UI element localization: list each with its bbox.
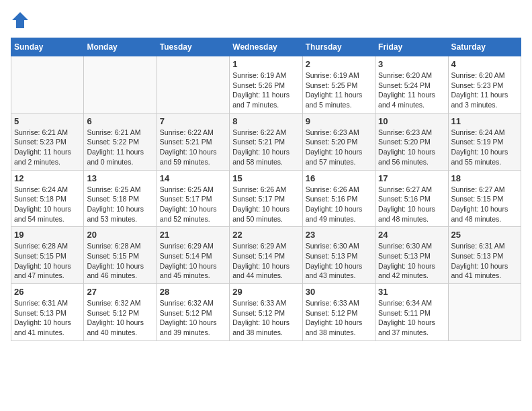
- calendar-day: 8Sunrise: 6:22 AM Sunset: 5:21 PM Daylig…: [230, 113, 302, 170]
- calendar-day: 7Sunrise: 6:22 AM Sunset: 5:21 PM Daylig…: [157, 113, 229, 170]
- calendar-day: [84, 56, 157, 113]
- day-info: Sunrise: 6:25 AM Sunset: 5:17 PM Dayligh…: [160, 185, 226, 224]
- day-number: 15: [232, 173, 299, 183]
- day-number: 1: [232, 59, 299, 69]
- day-header-thursday: Thursday: [302, 38, 375, 56]
- day-number: 30: [306, 287, 372, 297]
- day-info: Sunrise: 6:24 AM Sunset: 5:19 PM Dayligh…: [451, 128, 518, 167]
- day-info: Sunrise: 6:28 AM Sunset: 5:15 PM Dayligh…: [14, 241, 81, 281]
- day-info: Sunrise: 6:19 AM Sunset: 5:26 PM Dayligh…: [232, 71, 299, 110]
- day-info: Sunrise: 6:30 AM Sunset: 5:13 PM Dayligh…: [378, 241, 445, 281]
- calendar-day: 3Sunrise: 6:20 AM Sunset: 5:24 PM Daylig…: [375, 56, 448, 113]
- calendar-day: 5Sunrise: 6:21 AM Sunset: 5:23 PM Daylig…: [11, 113, 84, 170]
- day-info: Sunrise: 6:29 AM Sunset: 5:14 PM Dayligh…: [160, 241, 226, 281]
- day-info: Sunrise: 6:27 AM Sunset: 5:16 PM Dayligh…: [378, 185, 445, 224]
- calendar-day: 25Sunrise: 6:31 AM Sunset: 5:13 PM Dayli…: [448, 227, 521, 284]
- day-number: 3: [378, 59, 445, 69]
- day-number: 10: [378, 116, 445, 126]
- calendar-day: 18Sunrise: 6:27 AM Sunset: 5:15 PM Dayli…: [448, 170, 521, 227]
- day-number: 7: [160, 116, 226, 126]
- day-number: 19: [14, 230, 81, 240]
- day-number: 27: [87, 287, 153, 297]
- calendar-week-row: 19Sunrise: 6:28 AM Sunset: 5:15 PM Dayli…: [11, 227, 521, 284]
- day-info: Sunrise: 6:20 AM Sunset: 5:23 PM Dayligh…: [451, 71, 518, 110]
- day-info: Sunrise: 6:24 AM Sunset: 5:18 PM Dayligh…: [14, 185, 81, 224]
- day-info: Sunrise: 6:34 AM Sunset: 5:11 PM Dayligh…: [378, 298, 445, 338]
- day-number: 11: [451, 116, 518, 126]
- day-info: Sunrise: 6:25 AM Sunset: 5:18 PM Dayligh…: [87, 185, 153, 224]
- day-info: Sunrise: 6:31 AM Sunset: 5:13 PM Dayligh…: [14, 298, 81, 338]
- day-number: 20: [87, 230, 153, 240]
- calendar-day: 24Sunrise: 6:30 AM Sunset: 5:13 PM Dayli…: [375, 227, 448, 284]
- day-number: 16: [306, 173, 372, 183]
- day-info: Sunrise: 6:26 AM Sunset: 5:17 PM Dayligh…: [232, 185, 299, 224]
- day-number: 9: [306, 116, 372, 126]
- day-info: Sunrise: 6:32 AM Sunset: 5:12 PM Dayligh…: [160, 298, 226, 338]
- day-info: Sunrise: 6:23 AM Sunset: 5:20 PM Dayligh…: [306, 128, 372, 167]
- calendar-day: 27Sunrise: 6:32 AM Sunset: 5:12 PM Dayli…: [84, 284, 157, 341]
- day-number: 8: [232, 116, 299, 126]
- day-number: 31: [378, 287, 445, 297]
- calendar-day: 15Sunrise: 6:26 AM Sunset: 5:17 PM Dayli…: [230, 170, 302, 227]
- day-info: Sunrise: 6:21 AM Sunset: 5:23 PM Dayligh…: [14, 128, 81, 167]
- calendar-day: 14Sunrise: 6:25 AM Sunset: 5:17 PM Dayli…: [157, 170, 229, 227]
- day-info: Sunrise: 6:30 AM Sunset: 5:13 PM Dayligh…: [306, 241, 372, 281]
- day-header-saturday: Saturday: [448, 38, 521, 56]
- calendar-day: 28Sunrise: 6:32 AM Sunset: 5:12 PM Dayli…: [157, 284, 229, 341]
- day-header-wednesday: Wednesday: [230, 38, 302, 56]
- svg-marker-0: [12, 12, 28, 28]
- calendar-day: 2Sunrise: 6:19 AM Sunset: 5:25 PM Daylig…: [302, 56, 375, 113]
- day-info: Sunrise: 6:23 AM Sunset: 5:20 PM Dayligh…: [378, 128, 445, 167]
- day-number: 24: [378, 230, 445, 240]
- calendar-day: 21Sunrise: 6:29 AM Sunset: 5:14 PM Dayli…: [157, 227, 229, 284]
- day-number: 25: [451, 230, 518, 240]
- calendar-day: 20Sunrise: 6:28 AM Sunset: 5:15 PM Dayli…: [84, 227, 157, 284]
- calendar-day: 13Sunrise: 6:25 AM Sunset: 5:18 PM Dayli…: [84, 170, 157, 227]
- calendar-day: 29Sunrise: 6:33 AM Sunset: 5:12 PM Dayli…: [230, 284, 302, 341]
- calendar-day: 6Sunrise: 6:21 AM Sunset: 5:22 PM Daylig…: [84, 113, 157, 170]
- day-number: 17: [378, 173, 445, 183]
- day-header-friday: Friday: [375, 38, 448, 56]
- day-info: Sunrise: 6:32 AM Sunset: 5:12 PM Dayligh…: [87, 298, 153, 338]
- calendar-day: 26Sunrise: 6:31 AM Sunset: 5:13 PM Dayli…: [11, 284, 84, 341]
- calendar-day: 10Sunrise: 6:23 AM Sunset: 5:20 PM Dayli…: [375, 113, 448, 170]
- day-number: 2: [306, 59, 372, 69]
- day-info: Sunrise: 6:21 AM Sunset: 5:22 PM Dayligh…: [87, 128, 153, 167]
- calendar-day: 17Sunrise: 6:27 AM Sunset: 5:16 PM Dayli…: [375, 170, 448, 227]
- page-header: [11, 11, 521, 30]
- calendar-week-row: 26Sunrise: 6:31 AM Sunset: 5:13 PM Dayli…: [11, 284, 521, 341]
- day-number: 5: [14, 116, 81, 126]
- calendar-day: [448, 284, 521, 341]
- calendar-week-row: 5Sunrise: 6:21 AM Sunset: 5:23 PM Daylig…: [11, 113, 521, 170]
- calendar-day: 30Sunrise: 6:33 AM Sunset: 5:12 PM Dayli…: [302, 284, 375, 341]
- calendar-day: 22Sunrise: 6:29 AM Sunset: 5:14 PM Dayli…: [230, 227, 302, 284]
- calendar-day: 16Sunrise: 6:26 AM Sunset: 5:16 PM Dayli…: [302, 170, 375, 227]
- day-info: Sunrise: 6:33 AM Sunset: 5:12 PM Dayligh…: [232, 298, 299, 338]
- logo-icon: [11, 11, 30, 30]
- day-info: Sunrise: 6:19 AM Sunset: 5:25 PM Dayligh…: [306, 71, 372, 110]
- day-number: 22: [232, 230, 299, 240]
- logo: [11, 11, 32, 30]
- day-number: 26: [14, 287, 81, 297]
- calendar-day: 1Sunrise: 6:19 AM Sunset: 5:26 PM Daylig…: [230, 56, 302, 113]
- day-number: 29: [232, 287, 299, 297]
- calendar-day: 11Sunrise: 6:24 AM Sunset: 5:19 PM Dayli…: [448, 113, 521, 170]
- calendar-day: [157, 56, 229, 113]
- calendar-day: 31Sunrise: 6:34 AM Sunset: 5:11 PM Dayli…: [375, 284, 448, 341]
- calendar-day: 12Sunrise: 6:24 AM Sunset: 5:18 PM Dayli…: [11, 170, 84, 227]
- calendar-table: SundayMondayTuesdayWednesdayThursdayFrid…: [11, 38, 521, 341]
- calendar-week-row: 12Sunrise: 6:24 AM Sunset: 5:18 PM Dayli…: [11, 170, 521, 227]
- calendar-day: 4Sunrise: 6:20 AM Sunset: 5:23 PM Daylig…: [448, 56, 521, 113]
- day-number: 23: [306, 230, 372, 240]
- day-header-tuesday: Tuesday: [157, 38, 229, 56]
- day-info: Sunrise: 6:31 AM Sunset: 5:13 PM Dayligh…: [451, 241, 518, 281]
- calendar-day: 19Sunrise: 6:28 AM Sunset: 5:15 PM Dayli…: [11, 227, 84, 284]
- calendar-day: 23Sunrise: 6:30 AM Sunset: 5:13 PM Dayli…: [302, 227, 375, 284]
- calendar-day: [11, 56, 84, 113]
- day-info: Sunrise: 6:28 AM Sunset: 5:15 PM Dayligh…: [87, 241, 153, 281]
- day-info: Sunrise: 6:26 AM Sunset: 5:16 PM Dayligh…: [306, 185, 372, 224]
- day-info: Sunrise: 6:33 AM Sunset: 5:12 PM Dayligh…: [306, 298, 372, 338]
- calendar-day: 9Sunrise: 6:23 AM Sunset: 5:20 PM Daylig…: [302, 113, 375, 170]
- day-info: Sunrise: 6:20 AM Sunset: 5:24 PM Dayligh…: [378, 71, 445, 110]
- day-number: 14: [160, 173, 226, 183]
